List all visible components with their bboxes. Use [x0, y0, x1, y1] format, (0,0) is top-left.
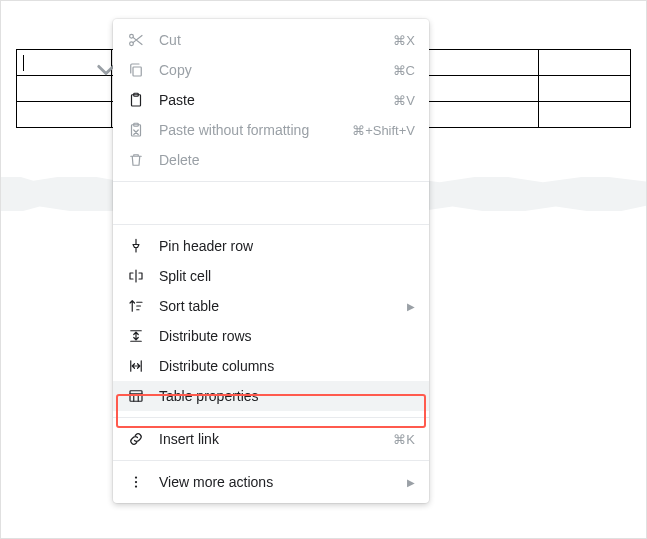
- menu-label: Copy: [159, 62, 393, 78]
- table-cell[interactable]: [538, 50, 630, 76]
- distribute-columns-icon: [127, 357, 145, 375]
- menu-label: Distribute columns: [159, 358, 415, 374]
- table-cell[interactable]: [17, 76, 112, 102]
- clipboard-icon: [127, 91, 145, 109]
- menu-item-split-cell[interactable]: Split cell: [113, 261, 429, 291]
- menu-shortcut: ⌘C: [393, 63, 415, 78]
- menu-item-paste-without-formatting: Paste without formatting ⌘+Shift+V: [113, 115, 429, 145]
- menu-label: Paste: [159, 92, 393, 108]
- menu-item-copy: Copy ⌘C: [113, 55, 429, 85]
- menu-item-delete: Delete: [113, 145, 429, 175]
- scissors-icon: [127, 31, 145, 49]
- table-cell[interactable]: [17, 102, 112, 128]
- menu-label: View more actions: [159, 474, 407, 490]
- more-icon: [127, 473, 145, 491]
- menu-item-distribute-rows[interactable]: Distribute rows: [113, 321, 429, 351]
- menu-divider: [113, 181, 429, 182]
- menu-shortcut: ⌘V: [393, 93, 415, 108]
- menu-label: Insert link: [159, 431, 393, 447]
- svg-rect-7: [130, 391, 142, 402]
- menu-divider: [113, 224, 429, 225]
- table-cell[interactable]: [538, 76, 630, 102]
- menu-shortcut: ⌘K: [393, 432, 415, 447]
- text-caret: [23, 55, 24, 71]
- svg-point-8: [135, 476, 137, 478]
- menu-item-cut: Cut ⌘X: [113, 25, 429, 55]
- menu-item-view-more-actions[interactable]: View more actions ▶: [113, 467, 429, 497]
- menu-label: Distribute rows: [159, 328, 415, 344]
- cell-dropdown-icon[interactable]: [97, 61, 107, 71]
- menu-label: Sort table: [159, 298, 407, 314]
- menu-label: Split cell: [159, 268, 415, 284]
- menu-item-sort-table[interactable]: Sort table ▶: [113, 291, 429, 321]
- clipboard-plain-icon: [127, 121, 145, 139]
- menu-label: Delete: [159, 152, 415, 168]
- link-icon: [127, 430, 145, 448]
- distribute-rows-icon: [127, 327, 145, 345]
- sort-icon: [127, 297, 145, 315]
- menu-item-distribute-columns[interactable]: Distribute columns: [113, 351, 429, 381]
- svg-point-9: [135, 481, 137, 483]
- svg-point-10: [135, 485, 137, 487]
- menu-item-insert-link[interactable]: Insert link ⌘K: [113, 424, 429, 454]
- menu-item-table-properties[interactable]: Table properties: [113, 381, 429, 411]
- copy-icon: [127, 61, 145, 79]
- submenu-arrow-icon: ▶: [407, 477, 415, 488]
- menu-label: Table properties: [159, 388, 415, 404]
- menu-label: Cut: [159, 32, 393, 48]
- svg-rect-2: [133, 67, 141, 76]
- menu-divider: [113, 460, 429, 461]
- menu-shortcut: ⌘+Shift+V: [352, 123, 415, 138]
- table-cell[interactable]: [17, 50, 112, 76]
- menu-item-paste[interactable]: Paste ⌘V: [113, 85, 429, 115]
- trash-icon: [127, 151, 145, 169]
- table-cell[interactable]: [538, 102, 630, 128]
- menu-omitted-gap: [113, 188, 429, 218]
- menu-item-pin-header-row[interactable]: Pin header row: [113, 231, 429, 261]
- menu-divider: [113, 417, 429, 418]
- pin-icon: [127, 237, 145, 255]
- menu-label: Paste without formatting: [159, 122, 352, 138]
- context-menu: Cut ⌘X Copy ⌘C Paste ⌘V Paste without fo…: [113, 19, 429, 503]
- submenu-arrow-icon: ▶: [407, 301, 415, 312]
- split-cell-icon: [127, 267, 145, 285]
- menu-shortcut: ⌘X: [393, 33, 415, 48]
- menu-label: Pin header row: [159, 238, 415, 254]
- table-properties-icon: [127, 387, 145, 405]
